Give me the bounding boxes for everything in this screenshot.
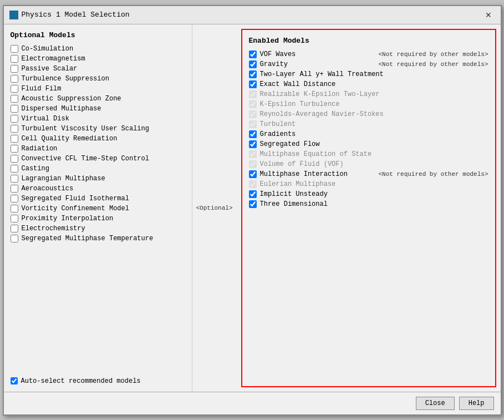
enabled-label-11: Volume of Fluid (VOF)	[260, 160, 344, 168]
optional-label-10: Radiation	[22, 145, 58, 153]
optional-model-item: Co-Simulation	[11, 44, 185, 54]
optional-checkbox-14[interactable]	[11, 185, 18, 193]
enabled-checkbox-13	[249, 180, 257, 188]
middle-arrow: <Optional>	[192, 24, 237, 392]
enabled-model-row: Two-Layer All y+ Wall Treatment	[249, 69, 488, 79]
optional-model-item: Virtual Disk	[11, 114, 185, 124]
enabled-label-14: Implicit Unsteady	[260, 190, 328, 198]
optional-model-item: Convective CFL Time-Step Control	[11, 154, 185, 164]
optional-checkbox-4[interactable]	[11, 85, 18, 93]
bottom-bar: Close Help	[4, 392, 501, 414]
enabled-model-item: Turbulent	[249, 119, 296, 129]
enabled-label-3: Exact Wall Distance	[260, 80, 336, 88]
optional-checkbox-15[interactable]	[11, 195, 18, 203]
enabled-models-title: Enabled Models	[249, 37, 488, 45]
optional-checkbox-10[interactable]	[11, 145, 18, 153]
optional-model-item: Acoustic Suppression Zone	[11, 94, 185, 104]
optional-checkbox-19[interactable]	[11, 235, 18, 242]
optional-label-1: Electromagnetism	[22, 55, 85, 63]
enabled-model-item: Volume of Fluid (VOF)	[249, 159, 344, 169]
enabled-label-15: Three Dimensional	[260, 200, 328, 208]
optional-model-item: Aeroacoustics	[11, 184, 185, 194]
auto-select-label: Auto-select recommended models	[21, 377, 141, 385]
optional-label-0: Co-Simulation	[22, 45, 74, 53]
enabled-label-4: Realizable K-Epsilon Two-Layer	[260, 90, 380, 98]
enabled-model-row: Multiphase Interaction<Not required by o…	[249, 169, 488, 179]
enabled-model-row: Segregated Flow	[249, 139, 488, 149]
enabled-checkbox-2[interactable]	[249, 70, 257, 78]
optional-label-6: Dispersed Multiphase	[22, 105, 101, 113]
enabled-checkbox-11	[249, 160, 257, 168]
optional-checkbox-1[interactable]	[11, 55, 18, 63]
enabled-checkbox-10	[249, 150, 257, 158]
optional-label-5: Acoustic Suppression Zone	[22, 95, 121, 103]
optional-checkbox-8[interactable]	[11, 125, 18, 133]
optional-model-item: Segregated Multiphase Temperature	[11, 234, 185, 244]
enabled-model-row: Gravity<Not required by other models>	[249, 59, 488, 69]
help-button[interactable]: Help	[459, 397, 494, 410]
enabled-checkbox-1[interactable]	[249, 60, 257, 68]
dialog-title: Physics 1 Model Selection	[22, 11, 130, 19]
optional-label-13: Lagrangian Multiphase	[22, 175, 105, 183]
enabled-model-row: Three Dimensional	[249, 199, 488, 209]
optional-checkbox-12[interactable]	[11, 165, 18, 173]
optional-label-19: Segregated Multiphase Temperature	[22, 235, 154, 242]
optional-checkbox-18[interactable]	[11, 225, 18, 232]
optional-checkbox-5[interactable]	[11, 95, 18, 103]
titlebar: Physics 1 Model Selection ✕	[4, 6, 501, 24]
enabled-checkbox-0[interactable]	[249, 50, 257, 58]
enabled-model-item: Eulerian Multiphase	[249, 179, 336, 189]
optional-checkbox-2[interactable]	[11, 65, 18, 73]
optional-label-16: Vorticity Confinement Model	[22, 205, 129, 212]
enabled-model-row: Eulerian Multiphase	[249, 179, 488, 189]
optional-label-4: Fluid Film	[22, 85, 62, 93]
enabled-label-9: Segregated Flow	[260, 140, 320, 148]
optional-checkbox-16[interactable]	[11, 205, 18, 212]
enabled-label-7: Turbulent	[260, 120, 296, 128]
enabled-note-12: <Not required by other models>	[378, 171, 488, 178]
app-icon	[9, 11, 18, 19]
optional-model-item: Radiation	[11, 144, 185, 154]
enabled-checkbox-4	[249, 90, 257, 98]
optional-label-3: Turbulence Suppression	[22, 75, 109, 83]
enabled-label-8: Gradients	[260, 130, 296, 138]
optional-checkbox-17[interactable]	[11, 215, 18, 222]
optional-label-14: Aeroacoustics	[22, 185, 74, 193]
optional-model-item: Electrochemistry	[11, 224, 185, 234]
dialog: Physics 1 Model Selection ✕ Optional Mod…	[3, 5, 502, 416]
optional-checkbox-3[interactable]	[11, 75, 18, 83]
optional-model-item: Fluid Film	[11, 84, 185, 94]
enabled-model-item: Gravity	[249, 59, 288, 69]
enabled-model-row: Implicit Unsteady	[249, 189, 488, 199]
enabled-model-row: Volume of Fluid (VOF)	[249, 159, 488, 169]
optional-checkbox-7[interactable]	[11, 115, 18, 123]
enabled-model-item: Multiphase Interaction	[249, 169, 348, 179]
optional-checkbox-9[interactable]	[11, 135, 18, 143]
enabled-checkbox-9[interactable]	[249, 140, 257, 148]
enabled-checkbox-14[interactable]	[249, 190, 257, 198]
optional-model-item: Segregated Fluid Isothermal	[11, 194, 185, 204]
enabled-checkbox-8[interactable]	[249, 130, 257, 138]
window-close-button[interactable]: ✕	[482, 9, 495, 21]
close-button[interactable]: Close	[416, 397, 455, 410]
enabled-checkbox-7	[249, 120, 257, 128]
enabled-model-row: Exact Wall Distance	[249, 79, 488, 89]
optional-model-item: Proximity Interpolation	[11, 214, 185, 224]
optional-models-title: Optional Models	[11, 31, 185, 39]
optional-model-item: Passive Scalar	[11, 64, 185, 74]
enabled-checkbox-15[interactable]	[249, 200, 257, 208]
enabled-model-item: Implicit Unsteady	[249, 189, 328, 199]
optional-model-item: Vorticity Confinement Model	[11, 204, 185, 214]
enabled-model-row: K-Epsilon Turbulence	[249, 99, 488, 109]
enabled-checkbox-3[interactable]	[249, 80, 257, 88]
optional-checkbox-13[interactable]	[11, 175, 18, 183]
optional-model-item: Cell Quality Remediation	[11, 134, 185, 144]
auto-select-checkbox[interactable]	[11, 377, 18, 384]
enabled-model-item: Multiphase Equation of State	[249, 149, 372, 159]
optional-checkbox-11[interactable]	[11, 155, 18, 163]
optional-checkbox-0[interactable]	[11, 45, 18, 53]
enabled-model-item: Exact Wall Distance	[249, 79, 336, 89]
enabled-checkbox-12[interactable]	[249, 170, 257, 178]
enabled-model-item: Reynolds-Averaged Navier-Stokes	[249, 109, 384, 119]
optional-checkbox-6[interactable]	[11, 105, 18, 113]
